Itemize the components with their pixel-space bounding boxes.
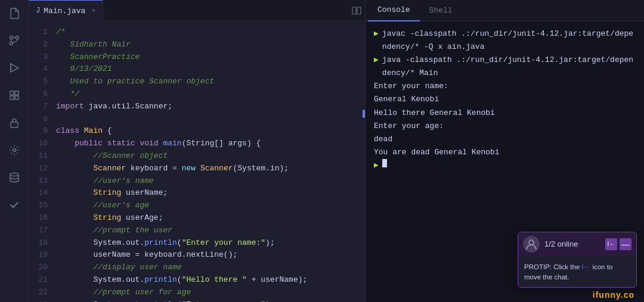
database-icon[interactable] (6, 169, 23, 186)
code-line: String userName; (56, 187, 357, 200)
svg-rect-8 (15, 96, 18, 99)
code-line: /* (56, 26, 357, 39)
code-line: //prompt user for age (56, 287, 357, 299)
svg-rect-13 (357, 7, 361, 14)
protip-icon: I← (582, 263, 591, 270)
code-line: userName = keyboard.nextLine(); (56, 249, 357, 261)
tab-label: Main.java (44, 7, 85, 15)
svg-rect-6 (15, 91, 18, 95)
chat-move-button[interactable]: I← (605, 238, 617, 250)
code-line: //prompt the user (56, 225, 357, 237)
console-section: Console Shell ▶ javac -classpath .:/run_… (366, 0, 644, 302)
code-line: System.out.println("Enter your name:"); (56, 237, 357, 250)
console-output-line: dead (374, 133, 636, 146)
chat-body: PROTIP: Click the I← icon to move the ch… (518, 256, 636, 288)
main-layout: J Main.java × 12345 678910 1112131415 16… (29, 0, 644, 302)
svg-point-14 (529, 240, 534, 245)
svg-point-2 (10, 42, 13, 45)
code-line: System.out.println("Enter your age: "); (56, 299, 357, 302)
console-tab-shell[interactable]: Shell (420, 0, 462, 21)
split-editor-button[interactable] (351, 5, 363, 17)
console-output-line: Hello there General Kenobi (374, 107, 636, 120)
code-line: class Main { (56, 125, 357, 138)
chat-title: 1/2 online (544, 239, 600, 248)
console-output-line: General Kenobi (374, 93, 636, 106)
cursor (382, 159, 387, 167)
svg-rect-7 (10, 96, 14, 99)
tab-bar: J Main.java × (29, 0, 365, 21)
code-line: //Scanner object (56, 150, 357, 163)
code-line: System.out.println("Hello there " + user… (56, 274, 357, 287)
check-icon[interactable] (6, 197, 23, 213)
code-line: Scanner keyboard = new Scanner(System.in… (56, 163, 357, 175)
file-icon[interactable] (6, 5, 23, 21)
code-line: 9/13/2021 (56, 63, 357, 76)
source-control-icon[interactable] (6, 32, 23, 49)
console-cmd-line: ▶ java -classpath .:/run_dir/junit-4.12.… (374, 54, 636, 80)
prompt-arrow: ▶ (374, 159, 379, 172)
code-line: Sidharth Nair (56, 39, 357, 51)
console-cmd-line: ▶ javac -classpath .:/run_dir/junit-4.12… (374, 27, 636, 54)
code-line: public static void main(String[] args) { (56, 138, 357, 150)
code-line: ScannerPractice (56, 51, 357, 64)
sidebar (0, 0, 29, 302)
console-prompt-line: ▶ (374, 159, 636, 172)
output-text: Hello there General Kenobi (374, 107, 495, 120)
shell-tab-label: Shell (429, 6, 453, 15)
code-line (56, 113, 357, 126)
code-line: */ (56, 88, 357, 101)
chat-minimize-button[interactable]: — (620, 238, 631, 250)
output-text: General Kenobi (374, 93, 439, 106)
code-content[interactable]: /* Sidharth Nair ScannerPractice 9/13/20… (54, 21, 361, 302)
svg-point-10 (13, 149, 16, 152)
ifunny-watermark: ifunny.co (593, 290, 634, 300)
output-text: dead (374, 133, 392, 146)
prompt-arrow: ▶ (374, 54, 379, 67)
console-output-line: Enter your name: (374, 80, 636, 93)
code-line: //display user name (56, 261, 357, 274)
tab-close-button[interactable]: × (91, 7, 95, 14)
svg-point-0 (10, 36, 13, 39)
chat-header-buttons: I← — (605, 238, 631, 250)
svg-point-1 (16, 36, 18, 39)
output-text: Enter your age: (374, 120, 444, 133)
run-icon[interactable] (6, 60, 23, 76)
svg-marker-3 (11, 64, 18, 72)
chat-overlay: 1/2 online I← — PROTIP: Click the I← ico… (518, 232, 637, 288)
editor-tab-main-java[interactable]: J Main.java × (29, 0, 103, 21)
svg-point-11 (10, 173, 18, 176)
code-line: String userAge; (56, 212, 357, 225)
protip-text: PROTIP: Click the (524, 263, 582, 270)
console-tab-bar: Console Shell (366, 0, 644, 21)
chat-avatar (523, 236, 540, 253)
svg-rect-12 (352, 7, 356, 14)
console-output-line: You are dead General Kenobi (374, 146, 636, 159)
code-line: Used to practice Scanner object (56, 76, 357, 88)
chat-header: 1/2 online I← — (518, 232, 636, 256)
console-tab-console[interactable]: Console (368, 0, 420, 21)
tab-file-icon: J (36, 7, 40, 15)
cmd-text: javac -classpath .:/run_dir/junit-4.12.j… (382, 27, 636, 54)
code-editor: 12345 678910 1112131415 1617181920 21222… (29, 21, 365, 302)
cmd-text: java -classpath .:/run_dir/junit-4.12.ja… (382, 54, 636, 80)
settings-icon[interactable] (6, 142, 23, 158)
output-text: You are dead General Kenobi (374, 146, 500, 159)
output-text: Enter your name: (374, 80, 448, 93)
code-line: import java.util.Scanner; (56, 101, 357, 113)
console-output-line: Enter your age: (374, 120, 636, 133)
prompt-arrow: ▶ (374, 27, 379, 41)
code-line: //user's name (56, 175, 357, 188)
editor-section: J Main.java × 12345 678910 1112131415 16… (29, 0, 366, 302)
extensions-icon[interactable] (6, 87, 23, 104)
line-numbers: 12345 678910 1112131415 1617181920 21222… (29, 21, 54, 302)
console-tab-label: Console (377, 5, 410, 14)
svg-rect-9 (11, 122, 18, 127)
code-line: //user's age (56, 200, 357, 212)
lock-icon[interactable] (6, 114, 23, 131)
minimap-indicator (363, 110, 365, 118)
svg-rect-5 (10, 91, 14, 95)
